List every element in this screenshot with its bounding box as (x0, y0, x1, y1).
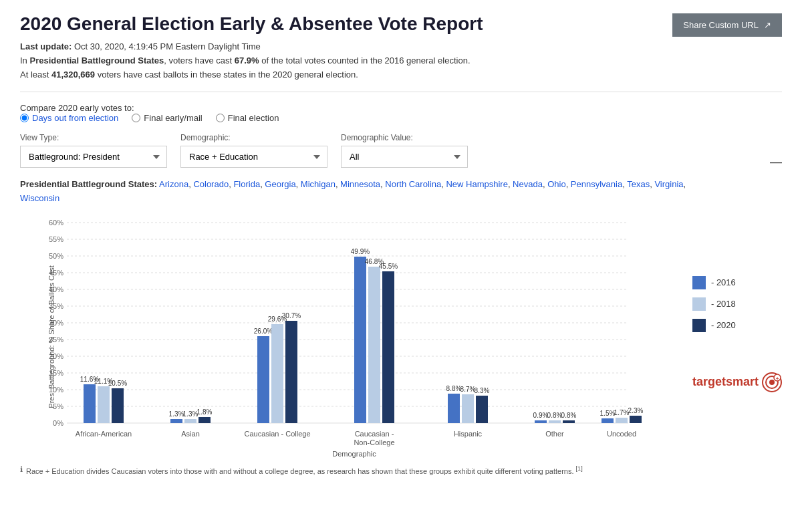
svg-rect-28 (98, 386, 110, 423)
page-header: 2020 General Election Early & Absentee V… (20, 13, 782, 82)
legend-color-2018 (692, 297, 706, 311)
legend-item-2018: - 2018 (692, 297, 775, 311)
state-link-nevada[interactable]: Nevada (513, 179, 543, 189)
chart-area: Pres. Battleground: % Share of Ballots C… (20, 216, 679, 458)
state-link-north-carolina[interactable]: North Carolina (385, 179, 441, 189)
radio-final-election[interactable]: Final election (216, 113, 279, 123)
svg-text:8.3%: 8.3% (475, 387, 490, 394)
minimize-button[interactable]: — (770, 156, 782, 168)
state-link-wisconsin[interactable]: Wisconsin (20, 193, 59, 203)
svg-rect-66 (563, 420, 575, 423)
svg-text:1.8%: 1.8% (197, 408, 213, 416)
state-link-georgia[interactable]: Georgia (265, 179, 295, 189)
last-update-value: Oct 30, 2020, 4:19:45 PM Eastern Dayligh… (74, 41, 261, 51)
svg-text:1.5%: 1.5% (600, 410, 616, 417)
svg-rect-37 (198, 417, 211, 423)
demographic-value-select[interactable]: All African-American Asian Caucasian - C… (341, 146, 468, 168)
svg-text:Hispanic: Hispanic (454, 430, 483, 438)
svg-text:8.8%: 8.8% (446, 385, 462, 392)
svg-text:60%: 60% (49, 219, 63, 227)
footnote-text: Race + Education divides Caucasian voter… (26, 465, 583, 475)
svg-rect-30 (112, 388, 124, 423)
state-link-colorado[interactable]: Colorado (193, 179, 229, 189)
radio-final-early-label: Final early/mail (144, 113, 202, 123)
compare-section: Compare 2020 early votes to: Days out fr… (20, 102, 782, 123)
voter-count: 41,320,669 (51, 70, 95, 80)
svg-text:Other: Other (545, 430, 564, 438)
percentage-value: 67.9% (235, 55, 259, 65)
state-link-virginia[interactable]: Virginia (654, 179, 683, 189)
svg-rect-73 (630, 416, 642, 423)
y-axis: 0% 5% 10% 15% 20% 25% 30% 35% 40 (49, 219, 628, 427)
svg-text:African-American: African-American (76, 430, 132, 438)
radio-final-early[interactable]: Final early/mail (132, 113, 202, 123)
svg-point-79 (769, 380, 775, 385)
svg-text:2.3%: 2.3% (628, 407, 644, 414)
states-section: Presidential Battleground States: Arizon… (20, 178, 782, 206)
state-link-michigan[interactable]: Michigan (301, 179, 336, 189)
view-type-filter: View Type: Battleground: President Natio… (20, 133, 167, 168)
state-link-new-hampshire[interactable]: New Hampshire (446, 179, 507, 189)
bar-group-caucasian-non-college: 49.9% 46.8% 45.5% Caucasian - Non-Colleg… (351, 248, 398, 446)
state-link-texas[interactable]: Texas (627, 179, 650, 189)
svg-rect-35 (184, 419, 196, 423)
svg-rect-44 (285, 321, 297, 423)
header-text: 2020 General Election Early & Absentee V… (20, 13, 672, 82)
battleground-states-label: Presidential Battleground States (29, 55, 164, 65)
radio-final-election-label: Final election (228, 113, 279, 123)
bar-group-hispanic: 8.8% 8.7% 8.3% Hispanic (446, 385, 490, 438)
legend-color-2020 (692, 319, 706, 332)
demographic-value-label: Demographic Value: (341, 133, 468, 142)
svg-text:50%: 50% (49, 252, 63, 260)
view-type-select[interactable]: Battleground: President National State (20, 146, 167, 168)
state-link-arizona[interactable]: Arizona (159, 179, 188, 189)
bar-group-uncoded: 1.5% 1.7% 2.3% Uncoded (600, 407, 644, 438)
svg-rect-57 (462, 394, 474, 423)
svg-text:0.9%: 0.9% (533, 412, 549, 419)
last-update-label: Last update: (20, 41, 72, 51)
share-arrow-icon: ↗ (764, 20, 771, 30)
svg-rect-51 (382, 271, 394, 423)
bar-group-other: 0.9% 0.8% 0.8% Other (533, 412, 577, 438)
subtitle: Last update: Oct 30, 2020, 4:19:45 PM Ea… (20, 40, 672, 82)
legend-label-2016: - 2016 (711, 277, 736, 287)
svg-text:0%: 0% (53, 419, 63, 427)
bar-group-caucasian-college: 26.0% 29.6% 30.7% Caucasian - College (244, 312, 310, 438)
svg-text:26.0%: 26.0% (254, 327, 273, 335)
svg-text:1.3%: 1.3% (169, 410, 184, 418)
svg-rect-55 (448, 394, 460, 423)
state-link-minnesota[interactable]: Minnesota (340, 179, 380, 189)
share-custom-url-button[interactable]: Share Custom URL ↗ (672, 13, 782, 37)
demographic-select[interactable]: Race + Education Gender Age Party (180, 146, 327, 168)
legend-label-2020: - 2020 (711, 320, 736, 330)
demographic-value-filter: Demographic Value: All African-American … (341, 133, 468, 168)
bar-group-african-american: 11.6% 11.1% 10.5% African-American (76, 376, 132, 438)
page-title: 2020 General Election Early & Absentee V… (20, 13, 672, 35)
radio-days-out[interactable]: Days out from election (20, 113, 118, 123)
state-link-pennsylvania[interactable]: Pennsylvania (571, 179, 622, 189)
svg-rect-69 (602, 418, 614, 423)
state-link-ohio[interactable]: Ohio (547, 179, 565, 189)
svg-text:45.5%: 45.5% (379, 263, 398, 270)
demographic-label: Demographic: (180, 133, 327, 142)
chart-container: Pres. Battleground: % Share of Ballots C… (20, 216, 782, 458)
state-link-florida[interactable]: Florida (233, 179, 260, 189)
bar-chart-svg: 0% 5% 10% 15% 20% 25% 30% 35% 40 (67, 216, 648, 456)
filters-row: View Type: Battleground: President Natio… (20, 133, 782, 168)
svg-text:55%: 55% (49, 235, 63, 243)
svg-text:30.7%: 30.7% (282, 312, 301, 319)
compare-radio-group: Days out from election Final early/mail … (20, 113, 782, 123)
legend-label-2018: - 2018 (711, 299, 736, 309)
svg-text:Uncoded: Uncoded (607, 430, 636, 438)
demographic-filter: Demographic: Race + Education Gender Age… (180, 133, 327, 168)
svg-rect-49 (368, 267, 380, 423)
svg-text:1.7%: 1.7% (614, 409, 630, 416)
svg-text:1.3%: 1.3% (183, 410, 198, 418)
view-type-label: View Type: (20, 133, 167, 142)
footnote-icon: ℹ (20, 465, 23, 474)
targetsmart-brand: targetsmart + (692, 372, 782, 392)
states-label: Presidential Battleground States: (20, 179, 157, 189)
svg-rect-47 (354, 257, 366, 423)
svg-rect-59 (476, 396, 488, 423)
svg-rect-71 (616, 418, 628, 423)
